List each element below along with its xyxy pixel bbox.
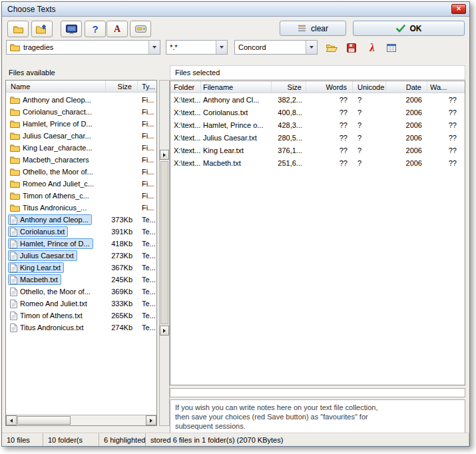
folder-row[interactable]: Timon of Athens_c... Fi... (6, 190, 156, 202)
column-header-unicode[interactable]: Unicode (353, 81, 386, 93)
selected-file-row[interactable]: X:\text... Macbeth.txt 251,6... ?? ? 200… (170, 156, 465, 169)
column-header-size[interactable]: Size (272, 81, 306, 93)
folder-combo[interactable]: tragedies (6, 40, 160, 55)
column-header-name[interactable]: Name (6, 81, 106, 92)
type-cell: Fi... (138, 192, 156, 200)
horizontal-scroll-thumb[interactable] (17, 416, 71, 425)
selected-file-row[interactable]: X:\text... Hamlet, Prince o... 428,3... … (170, 118, 465, 131)
folder-row[interactable]: Julius Caesar_char... Fi... (6, 130, 156, 142)
type-cell: Fi... (138, 120, 156, 128)
file-row[interactable]: Coriolanus.txt 391Kb Te... (6, 226, 156, 238)
column-header-filename[interactable]: Filename (201, 81, 272, 93)
tool-combo-dropdown[interactable] (306, 41, 317, 54)
pane-divider[interactable] (159, 80, 170, 426)
file-row[interactable]: Anthony and Cleop... 373Kb Te... (6, 214, 156, 226)
help-button[interactable]: ? (85, 21, 106, 37)
file-name: Coriolanus.txt (20, 228, 65, 236)
statistics-button[interactable] (383, 40, 400, 55)
folder-row[interactable]: King Lear_characte... Fi... (6, 142, 156, 154)
column-header-folder[interactable]: Folder (170, 81, 201, 93)
ok-button[interactable]: OK (353, 21, 465, 36)
folder-row[interactable]: Coriolanus_charact... Fi... (6, 106, 156, 118)
column-header-date[interactable]: Date (386, 81, 427, 93)
filename-cell: Coriolanus.txt (201, 109, 272, 116)
statusbar: 10 files 10 folder(s 6 highlighted store… (2, 433, 469, 446)
open-folder-button[interactable] (7, 21, 29, 37)
file-row[interactable]: Julius Caesar.txt 273Kb Te... (6, 250, 156, 262)
font-button[interactable]: A (107, 21, 128, 37)
choose-texts-dialog: Choose Texts ✕ ? A (1, 1, 470, 447)
open-favourites-button[interactable] (323, 40, 340, 55)
file-row[interactable]: Othello, the Moor of... 369Kb Te... (6, 286, 156, 298)
ok-label: OK (410, 24, 422, 33)
folder-row[interactable]: Titus Andronicus_... Fi... (6, 202, 156, 214)
pattern-combo[interactable]: *.* (166, 40, 228, 55)
column-header-wa[interactable]: Wa... (427, 81, 465, 93)
folder-name: Anthony and Cleop... (23, 96, 91, 104)
transfer-right-button-top[interactable] (160, 150, 169, 160)
column-header-words[interactable]: Words (306, 81, 353, 93)
tool-combo[interactable]: Concord (234, 40, 318, 55)
drive-icon (135, 25, 146, 33)
convert-pdf-button[interactable]: λ (363, 40, 381, 55)
size-cell: 391Kb (106, 228, 138, 236)
filename-cell: Julius Caesar.txt (201, 134, 272, 142)
folder-row[interactable]: Hamlet, Prince of D... Fi... (6, 118, 156, 130)
folder-row[interactable]: Macbeth_characters Fi... (6, 154, 156, 166)
folder-row[interactable]: Anthony and Cleop... Fi... (6, 94, 156, 106)
open-folder-icon (326, 43, 338, 52)
column-header-type[interactable]: Ty... (138, 81, 156, 92)
close-button[interactable]: ✕ (451, 4, 466, 14)
words-cell: ?? (306, 146, 353, 154)
transfer-right-button-bottom[interactable] (160, 326, 169, 336)
notes-edit-line[interactable] (170, 388, 465, 397)
monitor-icon (66, 25, 77, 34)
unicode-cell: ? (353, 96, 386, 104)
folder-up-button[interactable] (31, 21, 53, 37)
file-row[interactable]: Macbeth.txt 245Kb Te... (6, 274, 156, 286)
save-floppy-icon (347, 43, 356, 53)
type-cell: Te... (138, 312, 156, 320)
titlebar[interactable]: Choose Texts (2, 2, 469, 17)
column-header-size[interactable]: Size (106, 81, 138, 92)
selected-file-row[interactable]: X:\text... King Lear.txt 376,1... ?? ? 2… (170, 144, 465, 156)
words-cell: ?? (306, 159, 353, 167)
notes-area[interactable]: If you wish you can write notes here on … (170, 399, 465, 434)
save-favourites-button[interactable] (343, 40, 360, 55)
divider-thumb[interactable] (160, 161, 168, 324)
file-row[interactable]: Timon of Athens.txt 265Kb Te... (6, 310, 156, 322)
file-name: Macbeth.txt (20, 276, 58, 284)
scroll-right-button[interactable] (146, 415, 156, 425)
window-title: Choose Texts (7, 5, 56, 14)
selected-file-row[interactable]: X:\text... Anthony and Cl... 382,2... ??… (170, 93, 465, 106)
folder-cell: X:\text... (170, 109, 201, 116)
selected-file-row[interactable]: X:\text... Coriolanus.txt 400,8... ?? ? … (170, 106, 465, 118)
triangle-left-icon (10, 419, 13, 423)
size-cell: 367Kb (106, 264, 138, 272)
wa-cell: ?? (427, 134, 465, 142)
file-row[interactable]: Romeo And Juliet.txt 333Kb Te... (6, 298, 156, 310)
folder-combo-dropdown[interactable] (148, 41, 160, 54)
pattern-combo-dropdown[interactable] (216, 41, 227, 54)
file-row[interactable]: Hamlet, Prince of D... 418Kb Te... (6, 238, 156, 250)
folder-name: Othello, the Moor of... (23, 168, 93, 176)
notes-line-1: If you wish you can write notes here on … (175, 403, 460, 412)
folder-cell: X:\text... (170, 96, 201, 104)
drive-button[interactable] (130, 21, 151, 37)
right-table-header: Folder Filename Size Words Unicode Date … (170, 81, 465, 93)
scroll-left-button[interactable] (6, 415, 17, 425)
file-row[interactable]: Titus Andronicus.txt 274Kb Te... (6, 322, 156, 334)
folder-row[interactable]: Othello, the Moor of... Fi... (6, 166, 156, 178)
type-cell: Fi... (138, 96, 156, 104)
folder-icon (10, 144, 20, 152)
clear-lines-icon (298, 25, 306, 32)
file-row[interactable]: King Lear.txt 367Kb Te... (6, 262, 156, 274)
clear-button[interactable]: clear (280, 21, 346, 36)
folder-icon (10, 132, 20, 140)
folder-row[interactable]: Romeo And Juliet_c... Fi... (6, 178, 156, 190)
horizontal-scrollbar[interactable] (6, 415, 156, 425)
view-button[interactable] (61, 21, 82, 37)
selected-file-row[interactable]: X:\text... Julius Caesar.txt 280,5... ??… (170, 131, 465, 144)
chevron-down-icon (220, 46, 224, 49)
filename-cell: Anthony and Cl... (201, 96, 272, 104)
